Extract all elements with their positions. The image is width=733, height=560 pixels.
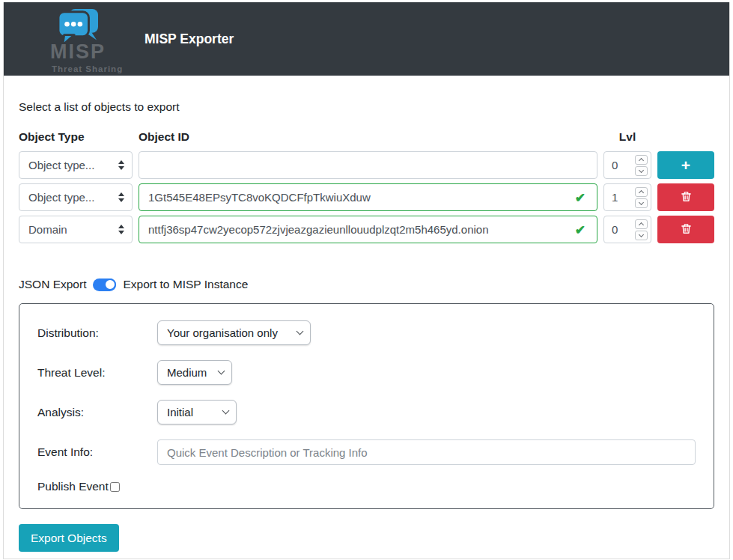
object-type-select-value: Object type... (28, 159, 94, 171)
object-type-select[interactable]: Object type... (19, 183, 133, 211)
event-info-row: Event Info: (37, 439, 696, 465)
column-header-lvl: Lvl (603, 130, 651, 147)
misp-instance-label: Export to MISP Instance (123, 278, 248, 291)
distribution-select[interactable]: Your organisation only (157, 320, 311, 345)
column-header-object-id: Object ID (139, 130, 597, 147)
analysis-select[interactable]: Initial (157, 400, 237, 424)
object-table: Object Type Object ID Lvl Object type...… (19, 130, 714, 243)
object-id-field-wrap: ✔ (139, 183, 597, 211)
app-header: MISP Threat Sharing MISP Exporter (4, 2, 729, 76)
chevron-down-icon (296, 328, 304, 335)
object-type-select-value: Domain (28, 223, 67, 236)
select-updown-caret-icon (118, 192, 124, 202)
object-type-select[interactable]: Object type... (19, 151, 133, 179)
stepper-up-icon[interactable] (635, 219, 648, 229)
valid-checkmark-icon: ✔ (575, 222, 586, 237)
trash-icon (680, 222, 693, 237)
object-id-field-wrap: ✔ (139, 216, 597, 243)
threat-level-row: Threat Level: Medium (37, 360, 696, 385)
object-id-field-wrap (139, 151, 597, 179)
column-header-object-type: Object Type (19, 130, 133, 147)
threat-level-select[interactable]: Medium (157, 360, 232, 385)
delete-row-button[interactable] (657, 183, 714, 211)
distribution-value: Your organisation only (167, 326, 278, 339)
publish-event-row: Publish Event (37, 480, 696, 493)
delete-row-button[interactable] (657, 216, 714, 243)
analysis-row: Analysis: Initial (37, 400, 696, 424)
main-content: Select a list of objects to export Objec… (4, 100, 729, 558)
export-mode-toggle[interactable] (93, 279, 116, 291)
lvl-input[interactable]: 1 (603, 183, 651, 211)
chevron-down-icon (222, 407, 230, 415)
lvl-input[interactable]: 0 (603, 216, 651, 243)
distribution-label: Distribution: (37, 326, 157, 340)
lvl-value: 0 (612, 159, 635, 171)
threat-level-value: Medium (167, 366, 207, 379)
logo-text: MISP (50, 40, 106, 64)
app-container: MISP Threat Sharing MISP Exporter Select… (3, 2, 730, 559)
page-title: MISP Exporter (145, 31, 234, 47)
export-objects-button[interactable]: Export Objects (19, 524, 119, 552)
distribution-row: Distribution: Your organisation only (37, 320, 696, 345)
event-info-input[interactable] (157, 439, 696, 465)
publish-event-label: Publish Event (37, 480, 109, 493)
threat-level-label: Threat Level: (37, 366, 157, 380)
object-id-input[interactable] (139, 151, 597, 179)
stepper-down-icon[interactable] (635, 231, 648, 240)
event-info-label: Event Info: (37, 445, 157, 459)
intro-text: Select a list of objects to export (19, 100, 714, 114)
chevron-down-icon (218, 368, 225, 375)
stepper-up-icon[interactable] (635, 155, 648, 165)
json-export-label: JSON Export (19, 278, 86, 291)
object-id-input[interactable] (139, 216, 597, 243)
add-row-button[interactable]: + (657, 151, 714, 179)
lvl-stepper (635, 155, 648, 176)
lvl-input[interactable]: 0 (603, 151, 651, 179)
analysis-value: Initial (167, 406, 193, 419)
object-type-select[interactable]: Domain (19, 216, 133, 243)
misp-logo: MISP Threat Sharing (46, 3, 134, 75)
toggle-knob (104, 279, 116, 290)
stepper-down-icon[interactable] (635, 198, 648, 208)
stepper-up-icon[interactable] (635, 187, 648, 197)
valid-checkmark-icon: ✔ (575, 189, 586, 205)
logo-subtext: Threat Sharing (52, 64, 123, 73)
publish-event-checkbox[interactable] (110, 482, 120, 492)
export-mode-row: JSON Export Export to MISP Instance (19, 278, 714, 291)
lvl-stepper (635, 187, 648, 208)
column-header-actions (657, 130, 714, 147)
lvl-stepper (635, 219, 648, 240)
object-id-input[interactable] (139, 183, 597, 211)
stepper-down-icon[interactable] (635, 166, 648, 176)
select-updown-caret-icon (118, 225, 124, 234)
lvl-value: 1 (612, 191, 635, 204)
analysis-label: Analysis: (37, 406, 157, 419)
object-type-select-value: Object type... (28, 191, 94, 204)
select-updown-caret-icon (118, 160, 124, 170)
trash-icon (680, 190, 693, 205)
lvl-value: 0 (612, 223, 635, 236)
misp-options-panel: Distribution: Your organisation only Thr… (19, 303, 714, 509)
